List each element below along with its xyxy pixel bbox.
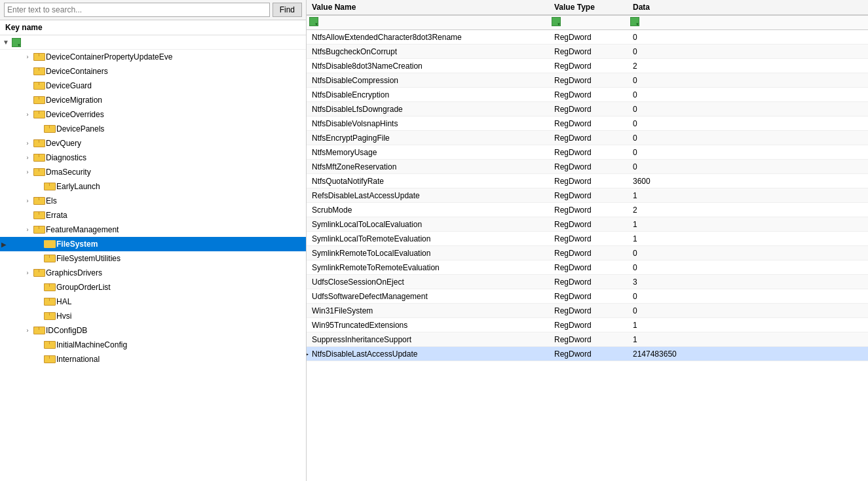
- table-row[interactable]: NtfsEncryptPagingFileRegDword0: [307, 131, 868, 145]
- table-row[interactable]: NtfsDisableVolsnapHintsRegDword0: [307, 116, 868, 131]
- tree-container[interactable]: ›DeviceContainerPropertyUpdateEveDeviceC…: [0, 50, 306, 481]
- tree-item[interactable]: Hvsi: [0, 309, 306, 323]
- expand-icon[interactable]: ›: [24, 140, 31, 147]
- tree-item[interactable]: ▶FileSystem: [0, 237, 306, 251]
- search-input[interactable]: [4, 3, 270, 17]
- tree-item[interactable]: InitialMachineConfig: [0, 338, 306, 352]
- table-row[interactable]: SuppressInheritanceSupportRegDword1: [307, 332, 868, 347]
- find-button[interactable]: Find: [273, 3, 302, 17]
- tree-item-label: Els: [46, 196, 57, 205]
- tree-item-label: FileSystemUtilities: [56, 254, 121, 263]
- cell-data: 0: [628, 304, 868, 318]
- table-row[interactable]: NtfsDisableCompressionRegDword0: [307, 73, 868, 88]
- table-row[interactable]: Win95TruncatedExtensionsRegDword1: [307, 318, 868, 332]
- tree-item[interactable]: International: [0, 352, 306, 366]
- tree-item[interactable]: ›FeatureManagement: [0, 223, 306, 237]
- cell-value-type: RegDword: [549, 174, 628, 188]
- table-row[interactable]: SymlinkLocalToLocalEvaluationRegDword1: [307, 217, 868, 232]
- table-container[interactable]: Value Name Value Type Data: [307, 0, 868, 481]
- cell-data: 0: [628, 102, 868, 116]
- cell-value-name: ▶NtfsDisableLastAccessUpdate: [307, 347, 549, 361]
- tree-item[interactable]: DevicePanels: [0, 122, 306, 136]
- cell-value-type: RegDword: [549, 116, 628, 131]
- expand-icon[interactable]: ›: [24, 198, 31, 204]
- cell-value-type: RegDword: [549, 131, 628, 145]
- folder-icon: [44, 240, 54, 248]
- cell-value-name: NtfsDisableEncryption: [307, 88, 549, 102]
- expand-icon[interactable]: ›: [24, 54, 31, 60]
- cell-data: 0: [628, 73, 868, 88]
- expand-icon[interactable]: ›: [24, 327, 31, 334]
- folder-icon: [44, 341, 54, 349]
- table-row[interactable]: NtfsDisableEncryptionRegDword0: [307, 88, 868, 102]
- table-row[interactable]: NtfsMemoryUsageRegDword0: [307, 145, 868, 160]
- tree-item[interactable]: DeviceGuard: [0, 79, 306, 93]
- table-row[interactable]: UdfsSoftwareDefectManagementRegDword0: [307, 289, 868, 304]
- tree-item[interactable]: GroupOrderList: [0, 280, 306, 294]
- filter-green-box[interactable]: [12, 38, 21, 47]
- folder-icon: [44, 312, 54, 320]
- table-row[interactable]: ScrubModeRegDword2: [307, 203, 868, 217]
- tree-item-label: International: [56, 355, 100, 364]
- cell-value-name: SymlinkLocalToLocalEvaluation: [307, 217, 549, 232]
- tree-item-label: Errata: [46, 211, 67, 220]
- table-row[interactable]: UdfsCloseSessionOnEjectRegDword3: [307, 275, 868, 289]
- tree-item[interactable]: DeviceContainers: [0, 64, 306, 79]
- tree-item[interactable]: DeviceMigration: [0, 93, 306, 107]
- cell-value-name: NtfsDisableCompression: [307, 73, 549, 88]
- tree-item[interactable]: ›DevQuery: [0, 136, 306, 151]
- tree-item[interactable]: ›GraphicsDrivers: [0, 266, 306, 280]
- expand-icon[interactable]: ›: [24, 226, 31, 233]
- tree-item[interactable]: ›IDConfigDB: [0, 323, 306, 338]
- table-row[interactable]: NtfsMftZoneReservationRegDword0: [307, 160, 868, 174]
- tree-item-label: DeviceContainerPropertyUpdateEve: [46, 52, 172, 62]
- table-row[interactable]: SymlinkRemoteToRemoteEvaluationRegDword0: [307, 260, 868, 275]
- tree-item[interactable]: ›DmaSecurity: [0, 165, 306, 179]
- col-filter-name[interactable]: [309, 17, 318, 26]
- table-row[interactable]: NtfsQuotaNotifyRateRegDword3600: [307, 174, 868, 188]
- cell-value-name: UdfsCloseSessionOnEject: [307, 275, 549, 289]
- registry-table: Value Name Value Type Data: [307, 0, 868, 361]
- cell-value-type: RegDword: [549, 102, 628, 116]
- tree-item[interactable]: Errata: [0, 208, 306, 223]
- table-row[interactable]: NtfsAllowExtendedCharacter8dot3RenameReg…: [307, 30, 868, 45]
- folder-icon: [44, 283, 54, 291]
- cell-value-type: RegDword: [549, 260, 628, 275]
- table-row[interactable]: NtfsBugcheckOnCorruptRegDword0: [307, 45, 868, 59]
- col-header-data: Data: [628, 0, 868, 15]
- cell-value-type: RegDword: [549, 88, 628, 102]
- cell-data: 0: [628, 260, 868, 275]
- folder-icon: [33, 96, 44, 104]
- expand-icon[interactable]: ›: [24, 154, 31, 161]
- col-filter-data[interactable]: [630, 17, 639, 26]
- tree-item[interactable]: FileSystemUtilities: [0, 251, 306, 266]
- row-selected-arrow-icon: ▶: [307, 351, 309, 357]
- cell-data: 0: [628, 131, 868, 145]
- right-panel: Value Name Value Type Data: [307, 0, 868, 481]
- tree-item-label: Hvsi: [56, 312, 71, 321]
- col-header-value-name: Value Name: [307, 0, 549, 15]
- tree-item[interactable]: ›Els: [0, 194, 306, 208]
- table-row[interactable]: NtfsDisable8dot3NameCreationRegDword2: [307, 59, 868, 73]
- table-row[interactable]: ▶NtfsDisableLastAccessUpdateRegDword2147…: [307, 347, 868, 361]
- expand-icon[interactable]: ›: [24, 169, 31, 175]
- folder-icon: [33, 197, 44, 205]
- folder-icon: [33, 211, 44, 219]
- tree-item[interactable]: EarlyLaunch: [0, 179, 306, 194]
- folder-icon: [33, 111, 44, 118]
- table-row[interactable]: NtfsDisableLfsDowngradeRegDword0: [307, 102, 868, 116]
- tree-item[interactable]: ›Diagnostics: [0, 151, 306, 165]
- table-row[interactable]: Win31FileSystemRegDword0: [307, 304, 868, 318]
- cell-value-type: RegDword: [549, 160, 628, 174]
- cell-data: 1: [628, 318, 868, 332]
- tree-item[interactable]: ›DeviceOverrides: [0, 107, 306, 122]
- table-row[interactable]: SymlinkLocalToRemoteEvaluationRegDword1: [307, 232, 868, 246]
- tree-item[interactable]: HAL: [0, 294, 306, 309]
- table-row[interactable]: SymlinkRemoteToLocalEvaluationRegDword0: [307, 246, 868, 260]
- table-row[interactable]: RefsDisableLastAccessUpdateRegDword1: [307, 188, 868, 203]
- tree-item[interactable]: ›DeviceContainerPropertyUpdateEve: [0, 50, 306, 64]
- cell-value-name: NtfsDisable8dot3NameCreation: [307, 59, 549, 73]
- expand-icon[interactable]: ›: [24, 270, 31, 276]
- col-filter-type[interactable]: [552, 17, 561, 26]
- expand-icon[interactable]: ›: [24, 111, 31, 118]
